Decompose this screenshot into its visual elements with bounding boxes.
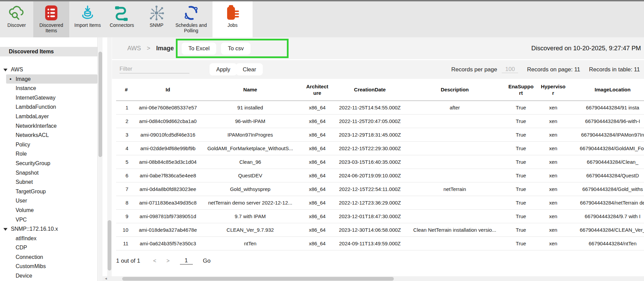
cell-description: Clean NetTerrain installation versio... [406,223,503,236]
tree-item-internetgateway[interactable]: InternetGateway [0,93,97,103]
tree-item-label: Policy [16,142,30,147]
toolbar-item-snmp[interactable]: SNMP [141,1,172,37]
horizontal-scrollbar-thumb[interactable] [122,277,394,281]
cell-enasupport: True [503,114,539,128]
table-row[interactable]: 3ami-09010fcd5df46e316IPAMon97InProgresx… [116,128,644,141]
column-header-description[interactable]: Description [406,79,503,101]
main-vertical-scrollbar[interactable] [107,37,112,281]
tree-item-instance[interactable]: Instance [0,84,97,93]
toolbar-item-connectors[interactable]: Connectors [105,1,139,37]
table-row[interactable]: 11ami-0a624b35f57e350c3ntTenx86_642024-0… [116,236,644,250]
cell-name: Clean_96 [199,155,301,169]
tree-group-snmp-172-16-10-x[interactable]: SNMP::172.16.10.x [0,224,97,234]
tree-item-networksacl[interactable]: NetworksACL [0,130,97,140]
filter-input[interactable] [119,65,189,73]
cell-name: netTerrain demo server 2022-12-12... [199,196,301,209]
tree-item-targetgroup[interactable]: TargetGroup [0,187,97,196]
main-vertical-scrollbar-thumb[interactable] [108,220,111,270]
tree-item-label: Subnet [16,179,33,185]
column-header-hypervisor[interactable]: Hypervisor [539,79,568,101]
records-per-page-input[interactable] [502,66,518,73]
to-excel-button[interactable]: To Excel [182,42,216,55]
tree-item-lambdafunction[interactable]: LambdaFunction [0,102,97,112]
tree-item-device[interactable]: Device [0,271,97,281]
tree-item-image[interactable]: •Image [6,74,97,84]
horizontal-scrollbar-left-arrow-icon[interactable]: ◄ [104,277,108,281]
cell-name: QuestDEV [199,169,301,182]
column-header-architecture[interactable]: Architecture [301,79,333,101]
cell-enasupport: True [503,223,539,236]
tree-item-subnet[interactable]: Subnet [0,177,97,187]
table-row[interactable]: 7ami-0d4a8b0fd823023eeGold_withsysprepx8… [116,182,644,196]
to-csv-button[interactable]: To csv [221,42,251,55]
cell-enasupport: True [503,182,539,196]
cell-imagelocation: 667904443284/Clean_ [568,155,644,169]
column-header-name[interactable]: Name [199,79,301,101]
table-row[interactable]: 10ami-018de9a327ab4678eCLEAN_Ver_9.7.932… [116,223,644,236]
cell-id: ami-06e7608e085337e57 [136,101,199,114]
tree-item-vpc[interactable]: VPC [0,215,97,225]
cell-creationdate: 2024-09-11T13:49:59.000Z [333,236,406,250]
tree-item-label: Instance [16,85,36,91]
tree-item-securitygroup[interactable]: SecurityGroup [0,159,97,168]
sidebar-scrollbar-thumb[interactable] [98,52,102,157]
tree-item-snapshot[interactable]: Snapshot [0,168,97,178]
table-row[interactable]: 9ami-098781bf97389051d9.7 with IPAMx86_6… [116,209,644,223]
tree-item-policy[interactable]: Policy [0,140,97,150]
tree-item-label: InternetGateway [16,95,55,101]
tree-item-custommibs[interactable]: CustomMibs [0,262,97,271]
import-items-icon [78,4,97,22]
column-header-num[interactable]: # [116,79,136,101]
tree-group-aws[interactable]: AWS [0,65,97,74]
page-number-input[interactable] [180,257,193,265]
tree-item-volume[interactable]: Volume [0,206,97,215]
records-summary: Records per page Records on page: 11 Rec… [451,60,640,79]
column-header-imagelocation[interactable]: ImageLocation [568,79,644,101]
toolbar-item-schedules-and-polling[interactable]: Schedules and Polling [172,1,210,37]
column-header-creationdate[interactable]: CreationDate [333,79,406,101]
column-header-id[interactable]: Id [136,79,199,101]
column-header-enasupport[interactable]: EnaSupport [503,79,539,101]
toolbar-item-import-items[interactable]: Import Items [71,1,104,37]
table-row[interactable]: 6ami-0abe7f836ca5e4ee8QuestDEVx86_642024… [116,169,644,182]
table-row[interactable]: 2ami-0d84c09d662cba1a096-with-IPAMx86_64… [116,114,644,128]
cell-id: ami-08b84c85e3d3c1d04 [136,155,199,169]
table-row[interactable]: 8ami-0711836ea349d35c8netTerrain demo se… [116,196,644,209]
breadcrumb-separator: > [147,45,150,52]
apply-button[interactable]: Apply [209,63,237,75]
toolbar-item-discover[interactable]: Discover [2,1,31,37]
tree-item-connection[interactable]: Connection [0,252,97,262]
previous-page-button[interactable]: < [153,258,156,264]
tree-item-label: LambdaLayer [16,113,49,119]
cell-hypervisor: xen [539,128,568,141]
cell-description [406,155,503,169]
table-row[interactable]: 4ami-02dde94f68e99bf9bGoldAMI_ForMarketp… [116,141,644,155]
cell-num: 4 [116,141,136,155]
tree-item-networkinterface[interactable]: NetworkInterface [0,121,97,131]
tree-item-lambdalayer[interactable]: LambdaLayer [0,112,97,121]
sidebar-scrollbar[interactable] [98,37,103,281]
breadcrumb-aws[interactable]: AWS [127,45,141,52]
horizontal-scrollbar[interactable]: ◄ [103,276,644,281]
tree-item-user[interactable]: User [0,196,97,206]
tree-item-role[interactable]: Role [0,149,97,159]
go-button[interactable]: Go [203,258,211,264]
cell-architecture: x86_64 [301,236,333,250]
cell-architecture: x86_64 [301,114,333,128]
cell-name: IPAMon97InProgres [199,128,301,141]
expand-collapse-triangle-icon[interactable] [3,69,7,71]
records-per-page-label: Records per page [451,66,497,73]
next-page-button[interactable]: > [166,258,169,264]
table-row[interactable]: 1ami-06e7608e085337e5791 installedx86_64… [116,101,644,114]
cell-creationdate: 2022-11-25T14:54:55.000Z [333,101,406,114]
table-row[interactable]: 5ami-08b84c85e3d3c1d04Clean_96x86_642023… [116,155,644,169]
clear-button[interactable]: Clear [236,63,263,75]
tree-item-atifindex[interactable]: atIfIndex [0,234,97,243]
tree-item-label: SecurityGroup [16,160,50,166]
toolbar-item-jobs[interactable]: Jobs [214,1,251,37]
cell-creationdate: 2022-12-15T22:29:30.000Z [333,141,406,155]
tree-item-cdp[interactable]: CDP [0,243,97,252]
expand-collapse-triangle-icon[interactable] [3,228,7,231]
toolbar-item-discovered-items[interactable]: Discovered Items [33,1,69,37]
cell-enasupport: True [503,155,539,169]
